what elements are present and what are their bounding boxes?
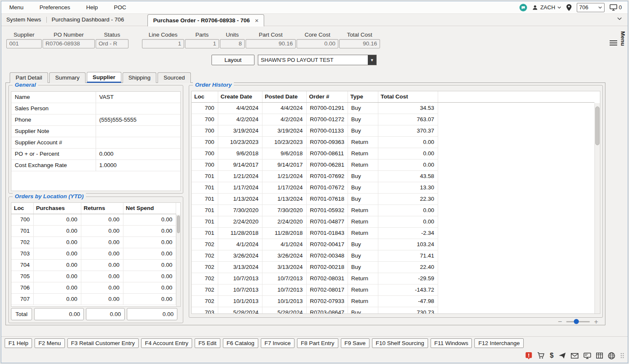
column-header[interactable]: Returns	[81, 203, 123, 214]
table-row[interactable]: Sales Person	[11, 103, 180, 114]
table-row[interactable]: 7004/4/20244/4/2024R0700-01291Buy34.53	[192, 103, 594, 114]
table-row[interactable]: 7023/13/20243/13/2024R0702-00218Buy22.40	[192, 262, 594, 273]
fn-f9-save-button[interactable]: F9 Save	[341, 338, 369, 348]
table-row[interactable]: 7070.000.000.00	[11, 294, 176, 305]
parts-field[interactable]: 1	[185, 39, 219, 48]
fn-f5-edit-button[interactable]: F5 Edit	[195, 338, 220, 348]
zoom-slider-thumb[interactable]	[574, 319, 579, 324]
globe-icon[interactable]	[608, 352, 615, 359]
layout-button[interactable]: Layout	[211, 55, 254, 65]
spreadsheet-icon[interactable]	[596, 353, 603, 359]
core-cost-field[interactable]: 0.00	[297, 39, 338, 48]
column-header[interactable]: Total Cost	[378, 91, 438, 103]
layout-select[interactable]: SHAWN'S PO LAYOUT TEST ▼	[258, 55, 377, 65]
fn-f12-interchange-button[interactable]: F12 Interchange	[474, 338, 523, 348]
tab-summary[interactable]: Summary	[49, 72, 86, 83]
zoom-out-icon[interactable]: −	[558, 318, 562, 325]
tab-shipping[interactable]: Shipping	[123, 72, 157, 83]
table-row[interactable]: 7009/14/20179/14/2017R0700-06281Return0.…	[192, 159, 594, 171]
store-select[interactable]: 706	[577, 3, 605, 12]
table-row[interactable]: 70210/7/201310/7/2013R0702-08017Return-1…	[192, 284, 594, 296]
table-row[interactable]: 7050.000.000.00	[11, 271, 176, 282]
fn-f1-help-button[interactable]: F1 Help	[5, 338, 32, 348]
table-row[interactable]: 7004/2/20244/2/2024R0700-01272Buy763.07	[192, 114, 594, 125]
table-row[interactable]: 70210/7/201310/7/2013R0702-08031Return-2…	[192, 273, 594, 284]
table-row[interactable]: NameVAST	[11, 92, 180, 103]
table-row[interactable]: 7000.000.000.00	[11, 214, 176, 226]
fn-f10-shelf-sourcing-button[interactable]: F10 Shelf Sourcing	[372, 338, 428, 348]
table-row[interactable]: 7023/26/20243/26/2024R0702-00348Buy71.41	[192, 250, 594, 262]
table-row[interactable]: Phone(555)555-5555	[11, 114, 180, 126]
tab-purchasing-dashboard[interactable]: Purchasing Dashboard - 706	[47, 14, 129, 26]
table-row[interactable]: 70210/1/201310/1/2013R0702-07933Return-4…	[192, 296, 594, 307]
hamburger-menu-icon[interactable]	[609, 40, 618, 46]
cart-icon[interactable]	[537, 352, 545, 359]
fn-f3-retail-customer-entry-button[interactable]: F3 Retail Customer Entry	[67, 338, 139, 348]
fn-f2-menu-button[interactable]: F2 Menu	[35, 338, 64, 348]
column-header[interactable]: Order #	[306, 91, 348, 103]
menubar-item-help[interactable]: Help	[78, 1, 106, 14]
table-row[interactable]: 7017/30/20207/30/2020R0701-05932Return0.…	[192, 205, 594, 216]
mail-icon[interactable]	[571, 353, 578, 359]
tab-system-news[interactable]: System News	[1, 14, 46, 26]
alert-notification-icon[interactable]	[525, 352, 532, 359]
column-header[interactable]: Create Date	[218, 91, 262, 103]
tab-purchase-order[interactable]: Purchase Order - R0706-08938 - 706 ×	[147, 14, 264, 27]
table-row[interactable]: 7011/21/20241/21/2024R0701-07692Buy43.58	[192, 171, 594, 182]
fn-f7-invoice-button[interactable]: F7 Invoice	[261, 338, 294, 348]
terminal-icon[interactable]	[583, 353, 591, 359]
side-menu-label[interactable]: Menu	[620, 31, 626, 46]
po-number-field[interactable]: R0706-08938	[43, 39, 95, 48]
fn-f8-part-entry-button[interactable]: F8 Part Entry	[297, 338, 338, 348]
send-icon[interactable]	[559, 352, 566, 359]
tab-sourced[interactable]: Sourced	[158, 72, 190, 83]
table-row[interactable]: 7030.000.000.00	[11, 248, 176, 260]
table-row[interactable]: 7011/13/20241/13/2024R0701-07618Buy22.30	[192, 194, 594, 205]
table-row[interactable]: 7040.000.000.00	[11, 260, 176, 271]
tab-supplier[interactable]: Supplier	[87, 72, 121, 83]
table-row[interactable]: 7010.000.000.00	[11, 226, 176, 237]
fn-f6-catalog-button[interactable]: F6 Catalog	[223, 338, 258, 348]
column-header[interactable]: Loc	[11, 203, 33, 214]
fn-f4-account-entry-button[interactable]: F4 Account Entry	[141, 338, 192, 348]
table-row[interactable]: 7011/17/20241/17/2024R0701-07672Buy13.30	[192, 182, 594, 194]
dollar-icon[interactable]: $	[550, 352, 554, 359]
table-row[interactable]: 70111/28/201811/28/2018R0701-01843Return…	[192, 228, 594, 239]
column-header[interactable]: Purchases	[33, 203, 81, 214]
table-row[interactable]: 70010/23/202310/23/2023R0700-09363Return…	[192, 137, 594, 148]
workstation-indicator[interactable]: 0	[610, 4, 622, 11]
fn-f11-windows-button[interactable]: F11 Windows	[431, 338, 472, 348]
column-header[interactable]: Loc	[192, 91, 218, 103]
orders-scrollbar[interactable]	[176, 215, 180, 306]
user-menu[interactable]: ZACH	[532, 4, 561, 11]
total-cost-field[interactable]: 90.16	[339, 39, 380, 48]
units-field[interactable]: 8	[220, 39, 245, 48]
order-history-scrollbar-thumb[interactable]	[595, 106, 600, 145]
table-row[interactable]: 7012/24/20202/24/2020R0701-04877Return0.…	[192, 216, 594, 228]
column-header[interactable]: Posted Date	[262, 91, 306, 103]
table-row[interactable]: 7020.000.000.00	[11, 237, 176, 248]
location-pin-icon[interactable]	[566, 4, 572, 11]
order-history-scrollbar[interactable]	[594, 103, 600, 314]
menubar-item-poc[interactable]: POC	[106, 1, 134, 14]
combo-arrow-icon[interactable]: ▼	[368, 55, 376, 65]
line-codes-field[interactable]: 1	[142, 39, 184, 48]
table-row[interactable]: 7024/1/20244/1/2024R0702-00417Buy103.24	[192, 239, 594, 250]
table-row[interactable]: Cost Exchange Rate1.0000	[11, 160, 180, 171]
table-row[interactable]: PO + or - Percent0.000	[11, 149, 180, 160]
zoom-in-icon[interactable]: +	[594, 318, 598, 325]
supplier-field[interactable]: 001	[6, 39, 42, 48]
zoom-slider[interactable]	[566, 321, 590, 322]
tab-overflow-chevron-icon[interactable]	[617, 17, 622, 20]
table-row[interactable]: Supplier Note	[11, 126, 180, 137]
menubar-item-menu[interactable]: Menu	[1, 1, 32, 14]
column-header[interactable]: Type	[348, 91, 378, 103]
tab-part-detail[interactable]: Part Detail	[10, 72, 48, 83]
table-row[interactable]: 7035/28/20245/28/2024R0703-08647Buy730.7…	[192, 307, 594, 314]
menubar-item-preferences[interactable]: Preferences	[32, 1, 78, 14]
table-row[interactable]: Supplier Account #	[11, 137, 180, 149]
close-tab-icon[interactable]: ×	[255, 17, 259, 24]
table-row[interactable]: 7009/6/20189/6/2018R0700-08611Return0.00	[192, 148, 594, 159]
column-header[interactable]: Net Spend	[123, 203, 176, 214]
part-cost-field[interactable]: 90.16	[246, 39, 296, 48]
